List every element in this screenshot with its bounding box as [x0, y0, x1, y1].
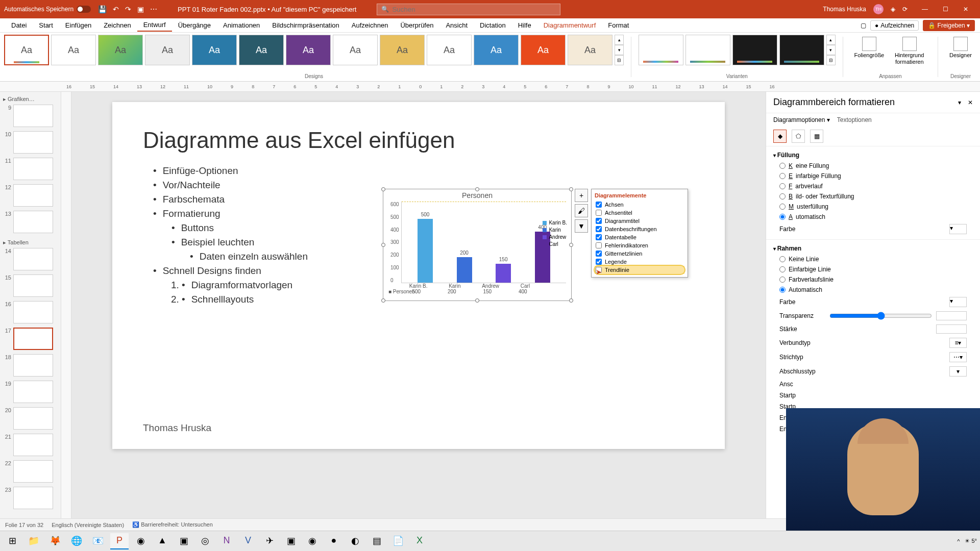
undo-icon[interactable]: ↶ — [113, 5, 119, 13]
tab-format[interactable]: Format — [602, 19, 635, 31]
theme-thumb[interactable]: Aa — [286, 35, 331, 65]
chart-element-option[interactable]: Fehlerindikatoren — [595, 241, 684, 249]
fill-option[interactable]: Einfarbige Füllung — [773, 171, 973, 181]
theme-thumb[interactable]: Aa — [192, 35, 237, 65]
fill-option[interactable]: Keine Füllung — [773, 161, 973, 171]
maximize-button[interactable]: ☐ — [935, 2, 955, 16]
onenote-icon[interactable]: N — [217, 533, 236, 549]
vlc-icon[interactable]: ▲ — [153, 533, 172, 549]
theme-thumb[interactable]: Aa — [474, 35, 519, 65]
tab-ueberpruefen[interactable]: Überprüfen — [394, 19, 439, 31]
redo-icon[interactable]: ↷ — [125, 5, 131, 13]
theme-thumb[interactable]: Aa — [98, 35, 143, 65]
tab-text-options[interactable]: Textoptionen — [837, 116, 872, 123]
slide-thumbnails[interactable]: ▸ Grafiken… 910111213 ▸ Tabellen 1415161… — [0, 92, 61, 518]
save-icon[interactable]: 💾 — [98, 5, 107, 13]
variant-thumb[interactable] — [732, 35, 777, 65]
tab-aufzeichnen[interactable]: Aufzeichnen — [346, 19, 395, 31]
border-option[interactable]: Automatisch — [773, 285, 973, 295]
gallery-spinner[interactable]: ▴▾⊟ — [615, 35, 624, 65]
dash-dropdown[interactable]: ⋯▾ — [949, 352, 967, 362]
compound-dropdown[interactable]: ≡▾ — [949, 338, 967, 348]
user-name[interactable]: Thomas Hruska — [823, 6, 866, 13]
theme-thumb[interactable]: Aa — [427, 35, 472, 65]
present-icon[interactable]: ▣ — [137, 5, 144, 13]
chart-element-option[interactable]: Achsen — [595, 201, 684, 209]
tab-animationen[interactable]: Animationen — [217, 19, 266, 31]
visio-icon[interactable]: V — [239, 533, 257, 549]
avatar[interactable]: TH — [873, 4, 884, 14]
app-icon[interactable]: ◐ — [346, 533, 364, 549]
section-header[interactable]: Füllung — [773, 149, 973, 161]
tray-chevron-icon[interactable]: ^ — [957, 538, 960, 544]
close-button[interactable]: ✕ — [955, 2, 976, 16]
section-header[interactable]: ▸ Tabellen — [2, 237, 59, 248]
app-icon[interactable]: ▤ — [368, 533, 386, 549]
theme-thumb[interactable]: Aa — [333, 35, 378, 65]
chrome-icon[interactable]: 🌐 — [67, 533, 86, 549]
firefox-icon[interactable]: 🦊 — [46, 533, 64, 549]
designer-button[interactable]: Designer — [945, 35, 976, 61]
slide-thumbnail[interactable]: 12 — [2, 184, 59, 207]
diamond-icon[interactable]: ◈ — [891, 6, 895, 13]
color-picker[interactable]: ▾ — [949, 224, 967, 234]
chart-element-option[interactable]: Datenbeschriftungen — [595, 225, 684, 233]
chart-element-option[interactable]: Gitternetzlinien — [595, 249, 684, 258]
more-icon[interactable]: ⋯ — [150, 5, 157, 13]
section-header[interactable]: Rahmen — [773, 243, 973, 254]
tab-start[interactable]: Start — [33, 19, 59, 31]
theme-thumb[interactable]: Aa — [380, 35, 425, 65]
language-status[interactable]: Englisch (Vereinigte Staaten) — [52, 522, 124, 528]
chart-element-option[interactable]: Achsentitel — [595, 209, 684, 217]
chart-element-option[interactable]: Trendlinie — [595, 266, 684, 274]
search-input[interactable] — [392, 6, 556, 13]
effects-icon[interactable]: ⬠ — [792, 130, 805, 143]
theme-thumb[interactable]: Aa — [51, 35, 96, 65]
slide-thumbnail[interactable]: 11 — [2, 158, 59, 180]
theme-thumb[interactable]: Aa — [4, 35, 49, 65]
minimize-button[interactable]: — — [915, 2, 935, 16]
tab-zeichnen[interactable]: Zeichnen — [97, 19, 137, 31]
tab-hilfe[interactable]: Hilfe — [512, 19, 537, 31]
transparency-slider[interactable] — [829, 312, 932, 320]
tab-datei[interactable]: Datei — [5, 19, 33, 31]
size-icon[interactable]: ▦ — [810, 130, 823, 143]
fill-option[interactable]: Farbverlauf — [773, 181, 973, 191]
accessibility-status[interactable]: ♿ Barrierefreiheit: Untersuchen — [132, 521, 213, 528]
slide-size-button[interactable]: Foliengröße — [850, 35, 889, 67]
explorer-icon[interactable]: 📁 — [24, 533, 43, 549]
fill-option[interactable]: Automatisch — [773, 212, 973, 222]
powerpoint-icon[interactable]: P — [110, 533, 129, 549]
app-icon[interactable]: 📄 — [389, 533, 407, 549]
border-option[interactable]: Einfarbige Linie — [773, 264, 973, 274]
slide-thumbnail[interactable]: 21 — [2, 434, 59, 456]
spinner[interactable] — [936, 324, 967, 334]
chart-filter-button[interactable]: ▼ — [575, 219, 588, 233]
app-icon[interactable]: ▣ — [282, 533, 300, 549]
slide-thumbnail[interactable]: 15 — [2, 274, 59, 297]
tab-einfuegen[interactable]: Einfügen — [59, 19, 97, 31]
excel-icon[interactable]: X — [410, 533, 429, 549]
border-option[interactable]: Keine Linie — [773, 254, 973, 264]
slide-thumbnail[interactable]: 22 — [2, 460, 59, 483]
tab-entwurf[interactable]: Entwurf — [137, 19, 172, 32]
border-option[interactable]: Farbverlaufslinie — [773, 274, 973, 285]
spinner[interactable] — [936, 311, 967, 320]
autosave-toggle[interactable]: Automatisches Speichern — [4, 6, 91, 13]
variant-thumb[interactable] — [779, 35, 824, 65]
pane-close-icon[interactable]: ✕ — [968, 99, 973, 106]
app-icon[interactable]: ◉ — [132, 533, 150, 549]
sync-icon[interactable]: ⟳ — [902, 6, 908, 13]
slide-thumbnail[interactable]: 13 — [2, 211, 59, 233]
theme-thumb[interactable]: Aa — [521, 35, 566, 65]
slide-counter[interactable]: Folie 17 von 32 — [5, 522, 43, 528]
tab-diagrammentwurf[interactable]: Diagrammentwurf — [537, 19, 602, 31]
slide-thumbnail[interactable]: 14 — [2, 248, 59, 270]
slide-thumbnail[interactable]: 20 — [2, 407, 59, 430]
app-icon[interactable]: ▣ — [175, 533, 193, 549]
theme-thumb[interactable]: Aa — [145, 35, 190, 65]
share-button[interactable]: 🔒 Freigeben ▾ — [923, 20, 975, 31]
gallery-spinner[interactable]: ▴▾⊟ — [826, 35, 836, 65]
tab-uebergaenge[interactable]: Übergänge — [172, 19, 217, 31]
slide-thumbnail[interactable]: 17 — [2, 328, 59, 350]
